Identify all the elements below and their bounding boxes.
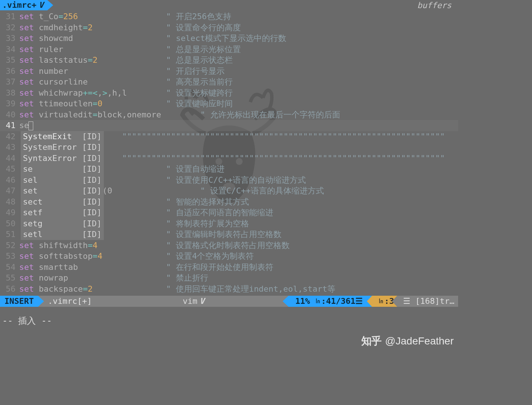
completion-item[interactable]: setf[ID] — [21, 207, 104, 218]
vim-logo-icon: V — [200, 296, 204, 307]
line-number: 33 — [0, 33, 19, 44]
tab-modified-marker: + — [31, 0, 36, 11]
completion-word: SyntaxError — [23, 153, 82, 164]
line-number: 39 — [0, 98, 19, 109]
code-line[interactable]: 32set cmdheight=2 " 设置命令行的高度 — [0, 22, 458, 33]
status-spacer: vim V — [99, 296, 289, 307]
line-number: 41 — [0, 120, 19, 131]
completion-kind: [ID] — [82, 196, 102, 207]
code-line[interactable]: 37set cursorline " 高亮显示当前行 — [0, 76, 458, 87]
line-number: 49 — [0, 207, 19, 218]
completion-popup[interactable]: SystemExit[ID]SystemError[ID]SyntaxError… — [21, 131, 104, 240]
line-content: set cmdheight=2 " 设置命令行的高度 — [19, 22, 241, 33]
completion-item[interactable]: setl[ID] — [21, 229, 104, 240]
line-content: set backspace=2 " 使用回车键正常处理indent,eol,st… — [19, 284, 335, 295]
cursor — [28, 121, 33, 130]
completion-kind: [ID] — [82, 175, 102, 186]
line-content: set t_Co=256 " 开启256色支持 — [19, 11, 231, 22]
completion-item[interactable]: sel[ID] — [21, 175, 104, 186]
line-number: 31 — [0, 11, 19, 22]
author-handle: @JadeFeather — [385, 336, 454, 347]
line-number: 32 — [0, 22, 19, 33]
line-content: set softtabstop=4 " 设置4个空格为制表符 — [19, 251, 254, 262]
watermark-credit: 知乎 @JadeFeather — [361, 336, 454, 347]
completion-word: set — [23, 185, 82, 196]
completion-item[interactable]: se[ID] — [21, 164, 104, 175]
line-content: set ttimeoutlen=0 " 设置键响应时间 — [19, 98, 233, 109]
line-number: 44 — [0, 153, 19, 164]
column-icon: ㏑ — [378, 296, 384, 307]
line-content: set whichwrap+=<,>,h,l " 设置光标键跨行 — [19, 87, 233, 99]
tab-filename: .vimrc — [2, 0, 31, 11]
zhihu-logo-icon: 知乎 — [361, 336, 381, 347]
line-content: set number " 开启行号显示 — [19, 66, 225, 77]
code-line[interactable]: 53set softtabstop=4 " 设置4个空格为制表符 — [0, 251, 458, 262]
status-filetype: vim V — [179, 296, 208, 307]
line-number: 42 — [0, 131, 19, 142]
tab-active-file[interactable]: .vimrc + V — [0, 0, 47, 10]
code-line[interactable]: 40set virtualedit=block,onemore " 允许光标出现… — [0, 109, 458, 120]
completion-item[interactable]: set[ID] — [21, 185, 104, 196]
line-content: set nowrap " 禁止折行 — [19, 272, 208, 284]
status-mode: INSERT — [0, 296, 38, 307]
code-line[interactable]: 34set ruler " 总是显示光标位置 — [0, 44, 458, 55]
status-trailing: ☰ [168]tr… — [397, 296, 458, 307]
completion-item[interactable]: SystemError[ID] — [21, 142, 104, 153]
completion-word: setg — [23, 218, 82, 229]
line-number: 51 — [0, 229, 19, 240]
completion-item[interactable]: SyntaxError[ID] — [21, 153, 104, 164]
code-line[interactable]: 55set nowrap " 禁止折行 — [0, 272, 458, 284]
completion-item[interactable]: sect[ID] — [21, 196, 104, 207]
completion-kind: [ID] — [82, 207, 102, 218]
completion-kind: [ID] — [82, 218, 102, 229]
line-number: 52 — [0, 240, 19, 251]
completion-item[interactable]: setg[ID] — [21, 218, 104, 229]
completion-kind: [ID] — [82, 164, 102, 175]
status-filename: .vimrc[+] — [38, 296, 98, 307]
code-line[interactable]: 36set number " 开启行号显示 — [0, 66, 458, 77]
code-line[interactable]: 33set showcmd " select模式下显示选中的行数 — [0, 33, 458, 44]
completion-word: SystemError — [23, 142, 82, 153]
line-number: 43 — [0, 142, 19, 153]
code-line[interactable]: 35set laststatus=2 " 总是显示状态栏 — [0, 55, 458, 66]
line-content: set virtualedit=block,onemore " 允许光标出现在最… — [19, 109, 340, 120]
code-line[interactable]: 31set t_Co=256 " 开启256色支持 — [0, 11, 458, 22]
code-line[interactable]: 56set backspace=2 " 使用回车键正常处理indent,eol,… — [0, 284, 458, 295]
completion-kind: [ID] — [82, 131, 102, 142]
code-line[interactable]: 38set whichwrap+=<,>,h,l " 设置光标键跨行 — [0, 87, 458, 99]
code-line[interactable]: 52set shiftwidth=4 " 设置格式化时制表符占用空格数 — [0, 240, 458, 251]
line-number: 34 — [0, 44, 19, 55]
line-number: 53 — [0, 251, 19, 262]
line-number: 54 — [0, 262, 19, 273]
line-content: set smarttab " 在行和段开始处使用制表符 — [19, 262, 273, 273]
line-number: 48 — [0, 196, 19, 207]
completion-kind: [ID] — [82, 153, 102, 164]
status-bar: INSERT .vimrc[+] vim V 11% ㏑ :41/361 ☰ ㏑… — [0, 296, 458, 307]
line-content: set laststatus=2 " 总是显示状态栏 — [19, 55, 233, 66]
line-number: 37 — [0, 76, 19, 87]
completion-word: setl — [23, 229, 82, 240]
line-number: 55 — [0, 272, 19, 284]
line-content: set showcmd " select模式下显示选中的行数 — [19, 33, 286, 44]
completion-kind: [ID] — [82, 185, 102, 196]
code-line[interactable]: 54set smarttab " 在行和段开始处使用制表符 — [0, 262, 458, 273]
command-line: -- 插入 -- — [0, 316, 458, 327]
status-position: 11% ㏑ :41/361 ☰ — [289, 296, 372, 307]
line-number: 47 — [0, 185, 19, 196]
completion-kind: [ID] — [82, 142, 102, 153]
line-content: set ruler " 总是显示光标位置 — [19, 44, 241, 55]
line-content: set shiftwidth=4 " 设置格式化时制表符占用空格数 — [19, 240, 290, 251]
code-line[interactable]: 39set ttimeoutlen=0 " 设置键响应时间 — [0, 98, 458, 109]
line-number: 36 — [0, 66, 19, 77]
completion-kind: [ID] — [82, 229, 102, 240]
completion-word: sel — [23, 175, 82, 186]
line-number-icon: ㏑ — [315, 296, 321, 307]
buffers-label[interactable]: buffers — [417, 0, 451, 11]
completion-word: se — [23, 164, 82, 175]
line-number: 50 — [0, 218, 19, 229]
code-line[interactable]: 41se — [0, 120, 458, 131]
completion-word: setf — [23, 207, 82, 218]
line-number: 45 — [0, 164, 19, 175]
line-content: set cursorline " 高亮显示当前行 — [19, 76, 233, 87]
completion-item[interactable]: SystemExit[ID] — [21, 131, 104, 142]
